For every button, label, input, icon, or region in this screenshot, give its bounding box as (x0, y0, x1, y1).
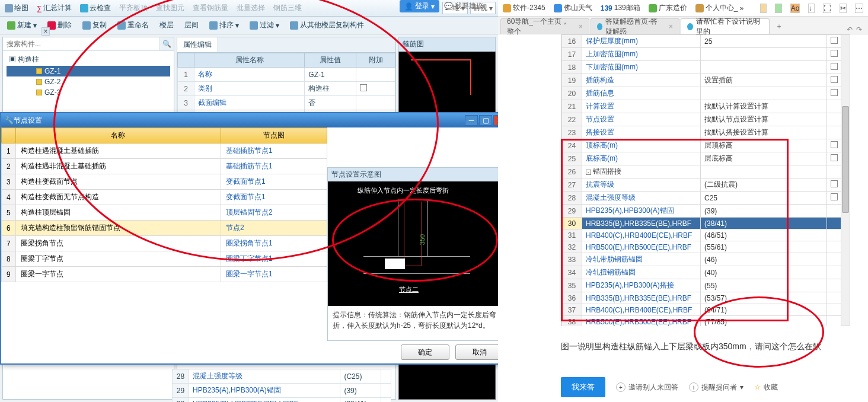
tab-close-icon[interactable]: × (579, 23, 583, 31)
checkbox[interactable] (831, 63, 838, 70)
right-property-grid-wrap: 16保护层厚度(mm)2517上加密范围(mm)18下加密范围(mm)19插筋构… (561, 34, 842, 326)
info-icon: i (689, 382, 698, 392)
user-icon (695, 4, 704, 12)
copyfrom-button[interactable]: 从其他楼层复制构件 (286, 19, 368, 31)
rebar3d-button[interactable]: 钢筋三维 (271, 3, 304, 13)
suggest-link[interactable]: 💬 我要建议 (444, 1, 483, 11)
property-grid-cont[interactable]: 28混凝土强度等级(C25) 29HPB235(A),HPB300(A)锚固(3… (172, 369, 391, 402)
preview-title: 节点设置示意图 (328, 168, 510, 181)
findelem-button[interactable]: 查找图元 (154, 3, 187, 13)
remind-link[interactable]: i提醒提问者▾ (689, 382, 743, 393)
checkbox[interactable] (831, 37, 838, 44)
tree-leaf-gz3[interactable]: GZ-3 (7, 87, 170, 98)
browser-tab[interactable]: 60导航_一个主页，整个× (500, 18, 589, 34)
dialog-title: 节点设置 (14, 116, 464, 126)
tree-leaf-gz2[interactable]: GZ-2 (7, 76, 170, 87)
sort-icon (209, 21, 218, 30)
vertical-scrollbar[interactable] (841, 34, 850, 326)
cloud-icon (554, 4, 562, 12)
filter-button[interactable]: 过滤▾ (246, 19, 283, 31)
property-tab[interactable]: 属性编辑 (177, 37, 218, 52)
cloud-icon (80, 4, 88, 12)
person-plus-icon: + (616, 382, 626, 392)
checkbox[interactable] (831, 76, 838, 83)
invite-link[interactable]: +邀请别人来回答 (616, 382, 678, 393)
checkbox[interactable] (831, 193, 838, 200)
cancel-button[interactable]: 取消 (455, 344, 504, 360)
bookmark-item[interactable]: 139139邮箱 (601, 3, 640, 13)
minimize-icon[interactable]: ─ (465, 115, 478, 126)
tab-bar: 60导航_一个主页，整个× 答疑解惑首页-答疑解惑× 请帮忙看下设计说明里的 ＋… (498, 17, 868, 34)
badge-139: 139 (601, 4, 612, 12)
browser-tab[interactable]: 答疑解惑首页-答疑解惑× (591, 18, 679, 34)
site-icon (649, 4, 657, 12)
checkbox[interactable] (360, 84, 367, 91)
login-button[interactable]: 👤登录▾ (400, 0, 439, 12)
preview-caption-top: 纵筋伸入节点内一定长度后弯折 (358, 186, 449, 195)
tree-root[interactable]: ▣ 构造柱 (7, 53, 170, 66)
maximize-icon[interactable]: ▢ (479, 115, 492, 126)
batchsel-button[interactable]: 批量选择 (234, 3, 267, 13)
bookmark-item[interactable]: 广东造价 (649, 3, 687, 13)
right-property-grid[interactable]: 16保护层厚度(mm)2517上加密范围(mm)18下加密范围(mm)19插筋构… (561, 34, 842, 326)
node-grid[interactable]: 名称节点图 1构造柱遇混凝土基础插筋基础插筋节点1 2构造柱遇非混凝土基础插筋基… (1, 127, 327, 282)
rename-icon (117, 21, 126, 30)
new-button[interactable]: 新建▾ (4, 19, 40, 31)
bookmark-item[interactable]: 软件-2345 (503, 3, 545, 13)
component-tree[interactable]: ▣ 构造柱 GZ-1 GZ-2 GZ-3 (3, 51, 174, 100)
cloudcheck-button[interactable]: 云检查 (78, 3, 113, 13)
ext-icon[interactable]: ⛶ (823, 4, 831, 13)
answer-actions: 我来答 +邀请别人来回答 i提醒提问者▾ ☆收藏 (561, 377, 844, 397)
checkbox[interactable] (831, 89, 838, 96)
star-icon: ☆ (754, 383, 761, 391)
answer-button[interactable]: 我来答 (561, 377, 605, 397)
favicon (687, 23, 693, 30)
browser-tab-active[interactable]: 请帮忙看下设计说明里的 (681, 18, 770, 34)
copy-icon (82, 21, 91, 30)
pencil-icon (5, 4, 13, 12)
bookmark-bar: 软件-2345 佛山天气 139139邮箱 广东造价 个人中心_» Ao ↓ ⛶… (498, 0, 868, 17)
checkbox[interactable] (831, 154, 838, 161)
ok-button[interactable]: 确定 (401, 344, 449, 360)
preview-caption-bottom: 节点二 (399, 285, 419, 294)
ext-icon[interactable]: Ao (790, 4, 800, 13)
upfloor-button[interactable]: 层间 (181, 19, 202, 31)
flatroof-button[interactable]: 平齐板顶 (117, 3, 150, 13)
favorite-link[interactable]: ☆收藏 (754, 382, 778, 393)
ext-icon[interactable] (760, 4, 767, 13)
undo-icon[interactable]: ↶ (847, 25, 853, 34)
node-settings-dialog: 🔧 节点设置 ─ ▢ ✕ 名称节点图 1构造柱遇混凝土基础插筋基础插筋节点1 2… (0, 112, 511, 365)
tab-close-icon[interactable]: × (669, 23, 673, 31)
sort-button[interactable]: 排序▾ (206, 19, 242, 31)
preview-canvas[interactable]: 纵筋伸入节点内一定长度后弯折 350 节点二 (328, 181, 510, 306)
scrollbar-thumb[interactable] (842, 106, 849, 213)
column-icon (36, 79, 42, 85)
redo-icon[interactable]: ↷ (856, 25, 862, 34)
checkbox[interactable] (831, 141, 838, 148)
bookmark-item[interactable]: 个人中心_» (695, 3, 743, 13)
sumcalc-button[interactable]: ∑汇总计算 (34, 3, 74, 13)
checkbox[interactable] (831, 180, 838, 187)
dialog-titlebar[interactable]: 🔧 节点设置 ─ ▢ ✕ (1, 113, 510, 127)
gear-icon: 🔧 (5, 116, 14, 125)
ext-icon[interactable]: ↓ (808, 4, 815, 13)
floor-button[interactable]: 楼层 (156, 19, 177, 31)
browser-window: 软件-2345 佛山天气 139139邮箱 广东造价 个人中心_» Ao ↓ ⛶… (498, 0, 868, 402)
search-icon[interactable]: 🔍 (159, 37, 174, 50)
bookmark-item[interactable]: 佛山天气 (554, 3, 592, 13)
dim-350: 350 (419, 234, 426, 245)
checkbox[interactable] (831, 50, 838, 57)
ext-icon[interactable] (775, 4, 781, 13)
search-input[interactable] (3, 37, 159, 50)
viewrebar-button[interactable]: 查看钢筋量 (190, 3, 231, 13)
ext-icon[interactable]: ⋯ (855, 4, 863, 13)
plus-icon (7, 21, 15, 30)
copy-button[interactable]: 复制 (79, 19, 110, 31)
tree-leaf-gz1[interactable]: GZ-1 (7, 66, 170, 76)
new-tab-button[interactable]: ＋ (771, 19, 787, 34)
draw-button[interactable]: 绘图 (2, 3, 31, 13)
stirrup-title: 箍筋图 (398, 37, 496, 52)
component-toolbar: 新建▾ 删除 复制 重命名 楼层 层间 排序▾ 过滤▾ 从其他楼层复制构件 (0, 17, 498, 34)
rename-button[interactable]: 重命名 (114, 19, 152, 31)
ext-icon[interactable]: ✂ (840, 4, 847, 13)
